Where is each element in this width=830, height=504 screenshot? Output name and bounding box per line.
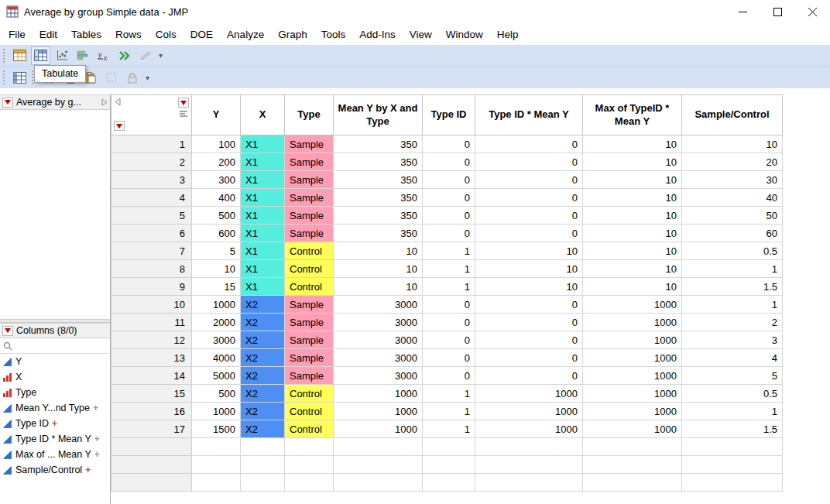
cell[interactable]: 0	[475, 207, 583, 225]
cell[interactable]: 0	[423, 189, 475, 207]
cell[interactable]: 1000	[334, 420, 423, 438]
cell[interactable]: Sample	[285, 207, 334, 225]
toolbar-overflow-icon[interactable]: ▾	[146, 74, 149, 82]
cell[interactable]: 400	[192, 189, 241, 207]
row-number[interactable]: 2	[111, 153, 192, 171]
menu-item-edit[interactable]: Edit	[33, 25, 64, 44]
cell[interactable]: Control	[285, 403, 334, 420]
cell[interactable]: 0	[475, 296, 583, 314]
cell[interactable]	[682, 438, 783, 456]
cell[interactable]: 1	[682, 296, 783, 314]
cell[interactable]: 1000	[192, 403, 241, 420]
cell[interactable]	[583, 438, 682, 456]
row-number[interactable]: 15	[111, 385, 192, 403]
columns-reorder-icon[interactable]	[179, 110, 188, 118]
row-number[interactable]: 13	[111, 349, 192, 367]
cell[interactable]: 1000	[583, 403, 682, 420]
new-formula-column-icon[interactable]: yx	[94, 46, 113, 65]
cell[interactable]: 1000	[583, 349, 682, 367]
cell[interactable]	[334, 438, 423, 456]
cell[interactable]: X1	[241, 242, 285, 260]
cell[interactable]: 350	[334, 189, 423, 207]
data-filter-icon[interactable]	[73, 46, 92, 65]
cell[interactable]: 0	[475, 225, 583, 242]
cell[interactable]: X2	[241, 420, 285, 438]
cell[interactable]	[192, 474, 241, 492]
column-list-item[interactable]: Type	[0, 385, 110, 400]
cell[interactable]: 200	[192, 153, 241, 171]
menu-item-analyze[interactable]: Analyze	[220, 25, 271, 44]
cell[interactable]	[475, 438, 583, 456]
menu-item-window[interactable]: Window	[439, 25, 490, 44]
cell[interactable]: Sample	[285, 349, 334, 367]
cell[interactable]: 500	[192, 385, 241, 403]
row-number[interactable]: 8	[111, 260, 192, 278]
cell[interactable]: 1.5	[682, 278, 783, 296]
lock-icon[interactable]	[122, 68, 142, 87]
table-panel-red-triangle-icon[interactable]	[2, 98, 13, 108]
row-number[interactable]	[111, 456, 192, 474]
cell[interactable]	[241, 456, 285, 474]
cell[interactable]: X2	[241, 349, 285, 367]
cell[interactable]: X2	[241, 385, 285, 403]
cell[interactable]: 350	[334, 153, 423, 171]
cell[interactable]: 1	[423, 260, 475, 278]
cell[interactable]: 10	[583, 278, 682, 296]
cell[interactable]: 1000	[334, 403, 423, 420]
cell[interactable]: 3000	[192, 331, 241, 349]
cell[interactable]	[192, 456, 241, 474]
row-number[interactable]: 5	[111, 207, 192, 225]
column-list-item[interactable]: Sample/Control+	[0, 462, 110, 478]
cell[interactable]: 60	[682, 225, 783, 242]
cell[interactable]	[241, 474, 285, 492]
cell[interactable]: 5	[192, 242, 241, 260]
cell[interactable]: 1000	[583, 314, 682, 331]
tabulate-icon[interactable]	[31, 46, 50, 65]
cell[interactable]: 10	[583, 225, 682, 242]
cell[interactable]	[334, 456, 423, 474]
row-number[interactable]: 17	[111, 420, 192, 438]
cell[interactable]: 10	[583, 189, 682, 207]
column-header[interactable]: Sample/Control	[682, 95, 783, 135]
column-list-item[interactable]: X	[0, 369, 110, 385]
cell[interactable]	[285, 456, 334, 474]
cell[interactable]: 10	[334, 260, 423, 278]
cell[interactable]: X2	[241, 403, 285, 420]
column-list-item[interactable]: Type ID * Mean Y+	[0, 431, 110, 447]
cell[interactable]: 0	[423, 296, 475, 314]
cell[interactable]: Control	[285, 278, 334, 296]
cell[interactable]: 10	[583, 171, 682, 189]
row-number[interactable]: 1	[111, 135, 192, 153]
cell[interactable]: X1	[241, 135, 285, 153]
toolbar-grip[interactable]	[3, 49, 6, 63]
columns-search[interactable]	[0, 338, 110, 354]
cell[interactable]: 0	[475, 314, 583, 331]
cell[interactable]: 4000	[192, 349, 241, 367]
column-header[interactable]: Mean Y by X and Type	[334, 95, 423, 135]
columns-panel-header[interactable]: Columns (8/0)	[0, 323, 110, 338]
cell[interactable]: 1000	[583, 420, 682, 438]
columns-panel-red-triangle-icon[interactable]	[2, 326, 13, 336]
cell[interactable]: X2	[241, 314, 285, 331]
menu-item-tables[interactable]: Tables	[64, 25, 108, 44]
cell[interactable]: 50	[682, 207, 783, 225]
cell[interactable]: 1	[423, 242, 475, 260]
cell[interactable]	[285, 438, 334, 456]
cell[interactable]: 3	[682, 331, 783, 349]
new-data-table-icon[interactable]	[10, 68, 29, 87]
cell[interactable]: 0	[423, 135, 475, 153]
toolbar-overflow-icon[interactable]: ▾	[159, 51, 163, 60]
cell[interactable]	[682, 474, 783, 492]
cell[interactable]: 1	[423, 385, 475, 403]
cell[interactable]	[285, 474, 334, 492]
cell[interactable]: 0	[475, 171, 583, 189]
menu-item-view[interactable]: View	[403, 25, 439, 44]
selection-icon[interactable]	[101, 68, 121, 87]
cell[interactable]: Sample	[285, 135, 334, 153]
cell[interactable]: X2	[241, 296, 285, 314]
cell[interactable]	[423, 474, 475, 492]
menu-item-cols[interactable]: Cols	[149, 25, 183, 44]
cell[interactable]: 10	[583, 207, 682, 225]
cell[interactable]: 0	[475, 153, 583, 171]
cell[interactable]: 0	[475, 189, 583, 207]
